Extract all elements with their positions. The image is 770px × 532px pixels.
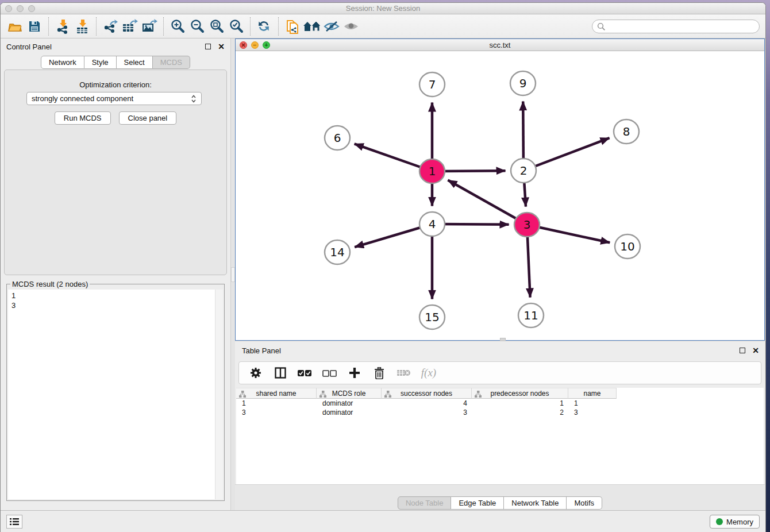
zoom-window-button[interactable]	[28, 5, 35, 12]
delete-table-button[interactable]	[396, 365, 411, 380]
cell-mcds-role[interactable]: dominator	[317, 399, 382, 408]
node-7[interactable]: 7	[419, 72, 445, 97]
function-builder-button[interactable]: f(x)	[421, 365, 436, 380]
tab-motifs[interactable]: Motifs	[567, 496, 602, 510]
node-3[interactable]: 3	[514, 213, 540, 237]
column-header-predecessor-nodes[interactable]: predecessor nodes	[472, 388, 568, 399]
column-header-shared-name[interactable]: shared name	[236, 388, 317, 399]
node-1[interactable]: 1	[419, 159, 445, 183]
save-session-button[interactable]	[25, 17, 44, 36]
zoom-out-button[interactable]	[187, 17, 207, 36]
network-close-button[interactable]: ✕	[240, 41, 247, 49]
network-maximize-button[interactable]: +	[263, 41, 270, 49]
zoom-selected-button[interactable]	[226, 17, 246, 36]
column-header-mcds-role[interactable]: MCDS role	[317, 388, 382, 399]
tab-network-table[interactable]: Network Table	[504, 496, 567, 510]
run-mcds-button[interactable]: Run MCDS	[55, 111, 111, 125]
tab-style[interactable]: Style	[84, 56, 117, 69]
node-11[interactable]: 11	[518, 303, 544, 327]
table-row[interactable]: 1dominator411	[236, 399, 764, 408]
divider-grip-icon[interactable]	[231, 267, 235, 282]
show-network-button[interactable]	[341, 17, 361, 36]
import-table-button[interactable]	[72, 17, 92, 36]
cell-name[interactable]: 3	[568, 408, 617, 417]
cell-name[interactable]: 1	[568, 399, 617, 408]
export-image-button[interactable]	[140, 17, 159, 36]
home-button[interactable]	[302, 17, 322, 36]
tab-network[interactable]: Network	[41, 56, 84, 69]
deselect-all-checkboxes-button[interactable]	[322, 365, 337, 380]
panel-layout-button[interactable]	[273, 365, 288, 380]
cell-predecessor-nodes[interactable]: 2	[472, 408, 568, 417]
node-2[interactable]: 2	[511, 159, 536, 183]
search-icon	[597, 22, 606, 31]
network-minimize-button[interactable]: −	[251, 41, 259, 49]
task-history-button[interactable]	[6, 515, 22, 529]
export-table-button[interactable]	[120, 17, 140, 36]
network-canvas-svg[interactable]: 1234678910111415	[236, 51, 765, 340]
minimize-window-button[interactable]	[17, 5, 24, 12]
combo-arrows-icon	[191, 94, 197, 103]
mcds-result-list[interactable]: 1 3	[11, 291, 213, 499]
column-header-name[interactable]: name	[568, 388, 617, 399]
tab-node-table[interactable]: Node Table	[398, 496, 452, 510]
result-scrollbar[interactable]	[215, 290, 223, 499]
memory-button[interactable]: Memory	[710, 515, 760, 529]
toolbar-separator	[278, 17, 279, 36]
app-titlebar: Session: New Session	[1, 3, 765, 14]
tab-edge-table[interactable]: Edge Table	[451, 496, 504, 510]
delete-column-button[interactable]	[372, 365, 387, 380]
close-table-panel-icon[interactable]: ✕	[752, 348, 759, 353]
node-10[interactable]: 10	[615, 234, 640, 259]
clone-network-button[interactable]	[283, 17, 302, 36]
tab-select[interactable]: Select	[117, 56, 153, 69]
criterion-dropdown[interactable]: strongly connected component	[26, 92, 202, 105]
node-4[interactable]: 4	[419, 212, 445, 236]
edge-3-1[interactable]	[448, 180, 527, 225]
close-window-button[interactable]	[5, 5, 12, 12]
node-8[interactable]: 8	[614, 119, 639, 144]
node-table: shared nameMCDS rolesuccessor nodesprede…	[236, 388, 764, 486]
cell-shared-name[interactable]: 3	[236, 408, 317, 417]
edge-2-8[interactable]	[523, 138, 610, 171]
select-all-checkboxes-button[interactable]	[298, 365, 313, 380]
network-window-titlebar[interactable]: ✕ − + scc.txt	[236, 39, 764, 51]
search-input[interactable]	[606, 21, 759, 32]
mcds-panel: Optimization criterion: strongly connect…	[4, 70, 227, 275]
open-session-button[interactable]	[5, 17, 25, 36]
import-network-button[interactable]	[53, 17, 72, 36]
close-panel-icon[interactable]: ✕	[218, 44, 225, 49]
network-canvas[interactable]: 1234678910111415	[236, 51, 764, 340]
add-column-button[interactable]	[347, 365, 362, 380]
cell-shared-name[interactable]: 1	[236, 399, 317, 408]
node-9[interactable]: 9	[510, 71, 536, 95]
node-6[interactable]: 6	[325, 126, 350, 150]
node-15[interactable]: 15	[419, 305, 445, 329]
table-toolbar: f(x)	[238, 361, 761, 384]
export-network-button[interactable]	[101, 17, 120, 36]
node-label: 1	[429, 164, 436, 178]
optimization-criterion-label: Optimization criterion:	[5, 80, 226, 89]
zoom-in-button[interactable]	[168, 17, 187, 36]
node-14[interactable]: 14	[325, 240, 350, 264]
panel-divider[interactable]	[230, 38, 235, 510]
refresh-button[interactable]	[255, 17, 274, 36]
table-row[interactable]: 3dominator323	[236, 408, 764, 417]
cell-successor-nodes[interactable]: 3	[382, 408, 472, 417]
search-box[interactable]	[592, 20, 760, 33]
column-settings-button[interactable]	[248, 365, 263, 380]
close-panel-button[interactable]: Close panel	[119, 111, 177, 125]
trash-icon	[374, 367, 384, 379]
column-header-successor-nodes[interactable]: successor nodes	[382, 388, 472, 399]
cell-predecessor-nodes[interactable]: 1	[472, 399, 568, 408]
refresh-icon	[257, 20, 272, 33]
hide-network-button[interactable]	[322, 17, 341, 36]
cell-mcds-role[interactable]: dominator	[317, 408, 382, 417]
float-panel-icon[interactable]	[205, 44, 211, 49]
tab-mcds[interactable]: MCDS	[153, 56, 190, 69]
node-label: 15	[425, 310, 439, 324]
float-table-panel-icon[interactable]	[740, 348, 745, 353]
network-window-resize-grip[interactable]	[500, 338, 506, 341]
cell-successor-nodes[interactable]: 4	[382, 399, 472, 408]
zoom-fit-button[interactable]	[207, 17, 226, 36]
